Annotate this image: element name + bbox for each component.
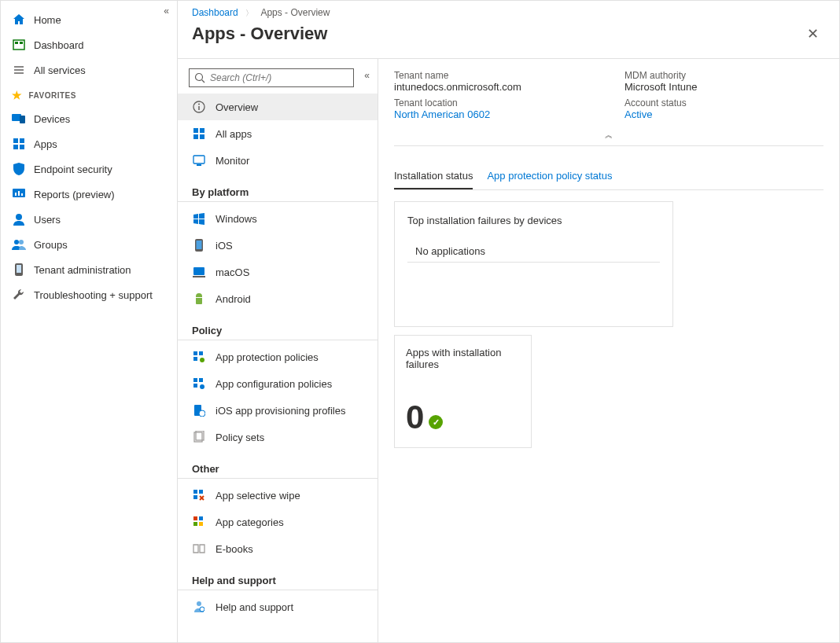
svg-rect-14 [18, 191, 20, 196]
svg-line-22 [202, 80, 205, 83]
subnav-overview[interactable]: Overview [178, 94, 378, 120]
subnav-android[interactable]: Android [178, 285, 378, 312]
loc-label: Tenant location [394, 97, 593, 108]
search-input[interactable] [210, 72, 348, 83]
subnav-ebooks[interactable]: E-books [178, 535, 378, 562]
loc-value[interactable]: North American 0602 [394, 108, 593, 120]
svg-point-55 [197, 601, 201, 606]
section-by-platform: By platform [178, 174, 378, 202]
breadcrumb-current: Apps - Overview [260, 7, 330, 18]
nav-label: Reports (preview) [34, 189, 115, 200]
policy-sets-icon [192, 430, 206, 444]
nav-apps[interactable]: Apps [1, 131, 177, 156]
svg-rect-34 [193, 267, 204, 275]
devices-icon [12, 112, 26, 126]
svg-rect-1 [15, 42, 18, 44]
svg-rect-27 [200, 128, 204, 133]
svg-rect-52 [199, 516, 203, 520]
android-icon [192, 292, 206, 306]
svg-rect-53 [193, 522, 197, 526]
breadcrumb-root[interactable]: Dashboard [192, 7, 238, 18]
nav-label: Troubleshooting + support [34, 289, 153, 301]
nav-label: Home [34, 14, 61, 26]
ebooks-icon [192, 542, 206, 556]
subnav-all-apps[interactable]: All apps [178, 120, 378, 147]
subnav-macos[interactable]: macOS [178, 259, 378, 285]
collapse-left-nav-icon[interactable]: « [164, 6, 169, 17]
tab-protection-status[interactable]: App protection policy status [487, 170, 612, 189]
section-other: Other [178, 450, 378, 479]
nav-all-services[interactable]: All services [1, 57, 177, 83]
left-nav: « Home Dashboard All services ★ FAVORITE… [1, 1, 178, 642]
subnav-label: App selective wipe [216, 490, 300, 502]
subnav-selective-wipe[interactable]: App selective wipe [178, 482, 378, 509]
nav-label: Dashboard [34, 39, 84, 51]
nav-tenant-admin[interactable]: Tenant administration [1, 257, 177, 282]
status-value[interactable]: Active [624, 108, 823, 120]
nav-devices[interactable]: Devices [1, 106, 177, 131]
svg-rect-41 [199, 378, 203, 382]
monitor-icon [192, 153, 206, 167]
svg-point-17 [14, 240, 19, 244]
svg-rect-28 [193, 134, 198, 139]
nav-home[interactable]: Home [1, 7, 177, 32]
svg-rect-37 [199, 351, 203, 355]
dashboard-icon [12, 38, 26, 52]
failure-count: 0 ✓ [406, 399, 520, 436]
svg-rect-11 [20, 145, 24, 149]
subnav-app-protection[interactable]: App protection policies [178, 344, 378, 370]
nav-troubleshooting[interactable]: Troubleshooting + support [1, 282, 177, 307]
nav-label: Apps [34, 138, 57, 150]
nav-groups[interactable]: Groups [1, 232, 177, 257]
subnav-monitor[interactable]: Monitor [178, 147, 378, 174]
subnav-label: Policy sets [216, 432, 264, 443]
svg-rect-13 [15, 193, 17, 196]
tab-installation-status[interactable]: Installation status [394, 170, 473, 189]
reports-icon [12, 187, 26, 201]
subnav-label: Monitor [216, 155, 249, 167]
status-label: Account status [624, 97, 823, 108]
section-help: Help and support [178, 562, 378, 590]
nav-label: Groups [34, 239, 68, 251]
expand-icon[interactable]: ︽ [394, 125, 823, 146]
nav-dashboard[interactable]: Dashboard [1, 32, 177, 57]
search-box[interactable] [189, 68, 354, 87]
shield-icon [12, 162, 26, 176]
section-policy: Policy [178, 312, 378, 340]
policy-icon [192, 350, 206, 364]
subnav-label: All apps [216, 128, 252, 140]
svg-point-56 [200, 607, 204, 612]
nav-reports[interactable]: Reports (preview) [1, 182, 177, 207]
subnav-app-config[interactable]: App configuration policies [178, 370, 378, 397]
svg-rect-36 [193, 351, 197, 355]
subnav-ios-provisioning[interactable]: iOS app provisioning profiles [178, 397, 378, 424]
nav-endpoint-security[interactable]: Endpoint security [1, 156, 177, 182]
svg-rect-51 [193, 516, 197, 520]
svg-point-25 [198, 104, 200, 105]
content: Dashboard 〉 Apps - Overview Apps - Overv… [178, 1, 839, 642]
categories-icon [192, 515, 206, 529]
subnav-windows[interactable]: Windows [178, 205, 378, 232]
svg-rect-0 [13, 40, 24, 50]
chevron-right-icon: 〉 [245, 9, 253, 17]
subnav-ios[interactable]: iOS [178, 232, 378, 259]
collapse-subnav-icon[interactable]: « [364, 70, 370, 81]
svg-rect-49 [199, 490, 203, 494]
card-title: Top installation failures by devices [407, 215, 660, 226]
nav-users[interactable]: Users [1, 207, 177, 232]
breadcrumb: Dashboard 〉 Apps - Overview [178, 1, 839, 19]
subnav-label: iOS app provisioning profiles [216, 405, 345, 417]
svg-point-45 [199, 410, 205, 417]
svg-rect-20 [17, 265, 21, 273]
subnav-policy-sets[interactable]: Policy sets [178, 424, 378, 450]
nav-label: Endpoint security [34, 164, 112, 175]
subnav-label: Windows [216, 213, 257, 225]
svg-rect-35 [193, 276, 205, 277]
close-icon[interactable]: ✕ [801, 22, 825, 46]
subnav-app-categories[interactable]: App categories [178, 509, 378, 535]
policy-icon [192, 403, 206, 417]
tenant-icon [12, 263, 26, 277]
wipe-icon [192, 488, 206, 502]
subnav-help-support[interactable]: Help and support [178, 593, 378, 620]
mdm-value: Microsoft Intune [624, 81, 823, 93]
